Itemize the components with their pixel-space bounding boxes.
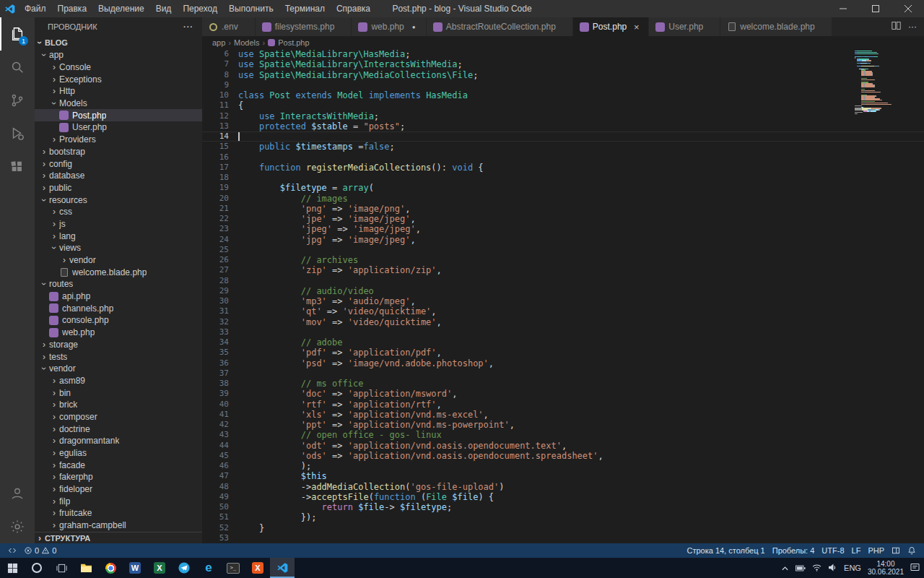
code-line-32[interactable]: 32 'mov' => 'video/quicktime', [202,317,924,327]
clock[interactable]: 14:00 30.06.2021 [868,560,904,576]
menu-item-5[interactable]: Выполнить [223,0,279,17]
code-line-35[interactable]: 35 'pdf' => 'application/pdf', [202,348,924,358]
menu-item-0[interactable]: Файл [19,0,52,17]
status-item-1[interactable]: Пробелы: 4 [769,546,819,555]
code-line-21[interactable]: 21 'png' => 'image/png', [202,204,924,214]
code-line-12[interactable]: 12 use InteractsWithMedia; [202,111,924,121]
code-line-40[interactable]: 40 'rtf' => 'application/rtf', [202,400,924,410]
telegram-taskbar-icon[interactable] [172,558,196,578]
explorer-activity-icon[interactable]: 1 [0,17,35,51]
code-line-30[interactable]: 30 'mp3' => 'audio/mpeg', [202,296,924,306]
code-line-46[interactable]: 46 ); [202,461,924,471]
start-taskbar-icon[interactable] [0,558,25,578]
breadcrumb-item-app[interactable]: app [212,38,225,47]
code-line-10[interactable]: 10class Post extends Model implements Ha… [202,90,924,100]
tree-item-bootstrap[interactable]: ›bootstrap [35,146,202,158]
code-line-6[interactable]: 6use Spatie\MediaLibrary\HasMedia; [202,49,924,59]
code-line-11[interactable]: 11{ [202,100,924,111]
code-line-20[interactable]: 20 // images [202,194,924,204]
excel-taskbar-icon[interactable]: X [147,558,172,578]
code-line-33[interactable]: 33 [202,327,924,337]
battery-icon[interactable] [796,561,806,574]
status-item-2[interactable]: UTF-8 [818,546,847,555]
language-indicator[interactable]: ENG [844,564,861,572]
code-line-37[interactable]: 37 [202,368,924,379]
code-line-26[interactable]: 26 // archives [202,255,924,265]
code-line-52[interactable]: 52 } [202,523,924,533]
code-line-53[interactable]: 53 [202,533,924,543]
tab-post.php[interactable]: Post.php× [573,17,649,36]
tree-item-composer[interactable]: ›composer [35,411,202,423]
hidden-icons-chevron[interactable] [781,561,789,574]
tree-item-facade[interactable]: ›facade [35,459,202,471]
explorer-more-actions-icon[interactable]: ··· [183,22,193,31]
code-line-34[interactable]: 34 // adobe [202,337,924,348]
tab-filesystems.php[interactable]: filesystems.php× [256,17,352,36]
tree-item-lang[interactable]: ›lang [35,230,202,242]
tab-user.php[interactable]: User.php× [649,17,720,36]
code-line-47[interactable]: 47 $this [202,471,924,481]
orange-x-taskbar-icon[interactable]: X [245,558,270,578]
editor-layout-icon[interactable] [888,546,904,555]
code-line-13[interactable]: 13 protected $stable = "posts"; [202,121,924,131]
code-line-50[interactable]: 50 return $file-> $filetype; [202,502,924,512]
code-line-28[interactable]: 28 [202,276,924,286]
problems-indicator[interactable]: 0 0 [20,546,60,555]
code-line-31[interactable]: 31 'qt' => 'video/quicktime', [202,306,924,316]
code-line-38[interactable]: 38 // ms office [202,379,924,389]
code-line-36[interactable]: 36 'psd' => 'image/vnd.adobe.photoshop', [202,358,924,368]
tree-item-app[interactable]: ›app [35,49,202,61]
status-item-4[interactable]: PHP [864,546,888,555]
tree-item-filp[interactable]: ›filp [35,495,202,507]
code-line-27[interactable]: 27 'zip' => 'application/zip', [202,265,924,275]
close-tab-icon[interactable]: × [631,22,642,33]
code-line-18[interactable]: 18 [202,173,924,183]
code-line-49[interactable]: 49 ->acceptsFile(function (File $file) { [202,492,924,502]
code-line-39[interactable]: 39 'doc' => 'application/msword', [202,389,924,399]
tree-item-console.php[interactable]: console.php [35,314,202,327]
code-line-25[interactable]: 25 [202,245,924,255]
vscode-taskbar-icon[interactable] [270,558,295,578]
tree-item-storage[interactable]: ›storage [35,339,202,351]
network-icon[interactable] [812,561,821,574]
tree-item-js[interactable]: ›js [35,218,202,230]
code-line-42[interactable]: 42 'ppt' => 'application/vnd.ms-powerpoi… [202,420,924,430]
tree-item-routes[interactable]: ›routes [35,278,202,290]
tree-item-tests[interactable]: ›tests [35,350,202,363]
source-control-activity-icon[interactable] [0,84,35,117]
breadcrumb-item-post.php[interactable]: Post.php [278,38,309,47]
tree-item-vendor[interactable]: ›vendor [35,363,202,375]
tree-item-resources[interactable]: ›resources [35,194,202,206]
terminal-taskbar-icon[interactable]: >_ [221,558,245,578]
run-debug-activity-icon[interactable] [0,117,35,150]
tree-item-doctrine[interactable]: ›doctrine [35,423,202,435]
settings-gear-icon[interactable] [0,510,35,543]
menu-item-4[interactable]: Переход [177,0,223,17]
tree-item-public[interactable]: ›public [35,182,202,194]
tree-item-bin[interactable]: ›bin [35,387,202,399]
tree-item-dragonmantank[interactable]: ›dragonmantank [35,435,202,447]
code-line-23[interactable]: 23 'jpeg' => 'image/jpeg', [202,224,924,234]
tree-item-console[interactable]: ›Console [35,61,202,74]
menu-item-6[interactable]: Терминал [279,0,331,17]
code-line-17[interactable]: 17 function registerMediaCollections(): … [202,163,924,173]
word-taskbar-icon[interactable]: W [123,558,147,578]
tab-abstractroutecollection.php[interactable]: AbstractRouteCollection.php× [427,17,573,36]
tab-.env[interactable]: .env× [202,17,256,36]
tree-item-channels.php[interactable]: channels.php [35,302,202,314]
file-explorer-taskbar-icon[interactable] [74,558,98,578]
tree-item-web.php[interactable]: web.php [35,327,202,339]
tree-item-post.php[interactable]: Post.php [35,109,202,121]
menu-item-2[interactable]: Выделение [92,0,150,17]
edge-taskbar-icon[interactable]: e [196,558,221,578]
search-taskbar-icon[interactable] [25,558,49,578]
notifications-bell-icon[interactable] [904,546,920,555]
tree-item-views[interactable]: ›views [35,242,202,254]
tree-item-egulias[interactable]: ›egulias [35,447,202,460]
close-button[interactable] [892,0,924,17]
tree-item-brick[interactable]: ›brick [35,399,202,411]
extensions-activity-icon[interactable] [0,150,35,184]
code-line-43[interactable]: 43 // open office - gos- linux [202,430,924,440]
tab-web.php[interactable]: web.php● [352,17,426,36]
chrome-taskbar-icon[interactable] [98,558,123,578]
